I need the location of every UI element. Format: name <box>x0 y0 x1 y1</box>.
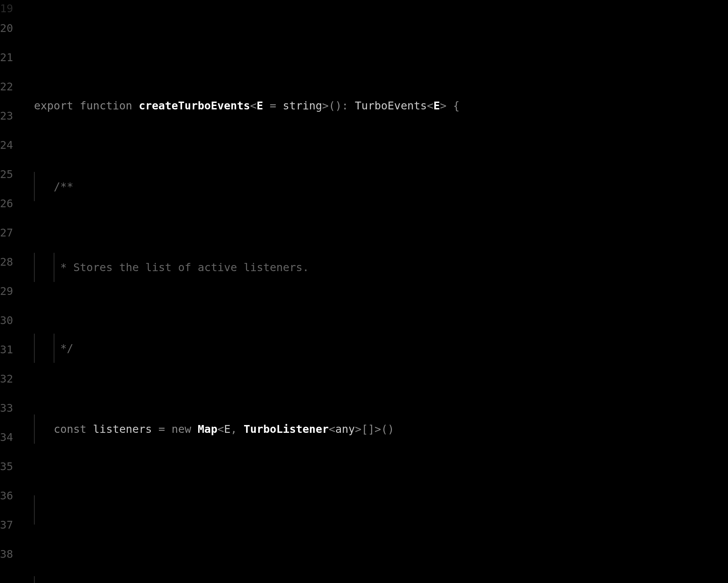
code-content[interactable]: export function createTurboEvents<E = st… <box>34 3 728 583</box>
line-number: 29 <box>0 277 24 306</box>
code-line[interactable]: /** <box>34 172 728 201</box>
line-number: 35 <box>0 452 24 481</box>
line-number: 26 <box>0 189 24 218</box>
code-line[interactable]: */ <box>34 334 728 363</box>
line-number: 27 <box>0 218 24 247</box>
line-number: 22 <box>0 72 24 101</box>
line-number: 38 <box>0 540 24 569</box>
line-number: 28 <box>0 247 24 277</box>
code-line[interactable] <box>34 495 728 525</box>
line-number: 33 <box>0 393 24 423</box>
line-number: 37 <box>0 510 24 540</box>
code-line[interactable]: /** <box>34 576 728 583</box>
line-number: 30 <box>0 306 24 335</box>
code-line[interactable]: export function createTurboEvents<E = st… <box>34 91 728 120</box>
code-line[interactable]: * Stores the list of active listeners. <box>34 253 728 282</box>
line-number: 31 <box>0 335 24 364</box>
line-number: 24 <box>0 130 24 160</box>
line-number: 21 <box>0 43 24 72</box>
line-number: 20 <box>0 14 24 43</box>
line-number: 19 <box>0 3 24 14</box>
code-line[interactable]: const listeners = new Map<E, TurboListen… <box>34 414 728 444</box>
line-number-gutter: 19 20 21 22 23 24 25 26 27 28 29 30 31 3… <box>0 3 34 583</box>
line-number: 32 <box>0 364 24 393</box>
line-number: 36 <box>0 481 24 510</box>
line-number: 23 <box>0 101 24 130</box>
line-number: 25 <box>0 160 24 189</box>
line-number: 34 <box>0 423 24 452</box>
code-editor[interactable]: 19 20 21 22 23 24 25 26 27 28 29 30 31 3… <box>0 0 728 583</box>
